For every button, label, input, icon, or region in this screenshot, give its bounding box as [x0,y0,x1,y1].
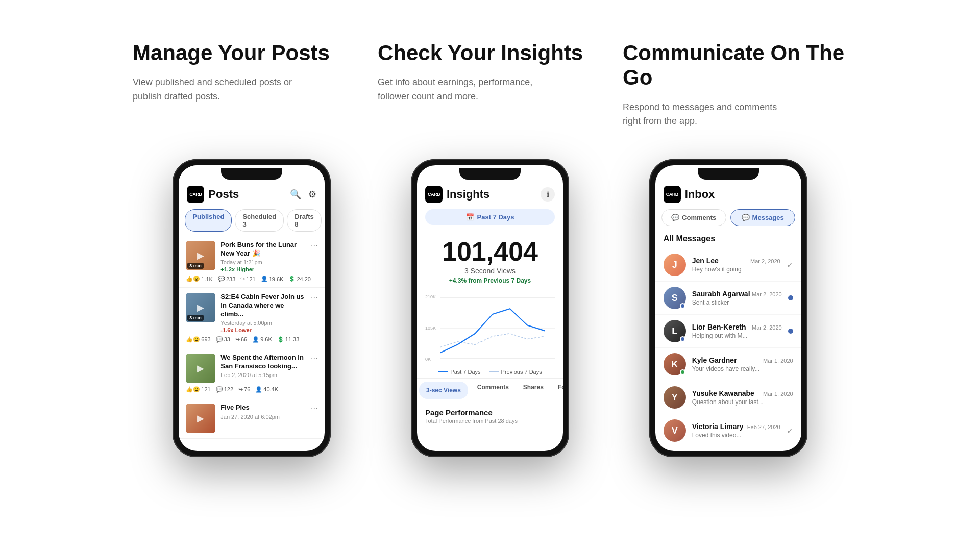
insights-phone-shell: CARB Insights ℹ 📅 Past 7 Days 101,404 3 … [411,159,569,457]
post-item-1[interactable]: ▶ 3 min S2:E4 Cabin Fever Join us in Can… [179,288,325,348]
post-title-row-1: S2:E4 Cabin Fever Join us in Canada wher… [220,293,317,319]
message-item-0[interactable]: J Jen Lee Mar 2, 2020 Hey how's it going… [655,248,801,282]
message-item-1[interactable]: S Saurabh Agarwal Mar 2, 2020 Sent a sti… [655,282,801,315]
msg-content-5: Victoria Limary Feb 27, 2020 Loved this … [692,422,780,439]
views-1: 👤9.6K [252,336,272,343]
shares-1: ↪66 [235,336,247,343]
unread-indicator-1 [788,295,793,300]
page-perf-title: Page Performance [425,408,555,417]
metric-change: +4.3% from Previous 7 Days [425,277,555,284]
message-item-3[interactable]: K Kyle Gardner Mar 1, 2020 Your videos h… [655,348,801,381]
post-info-1: S2:E4 Cabin Fever Join us in Canada wher… [220,293,317,333]
date-range-pill[interactable]: 📅 Past 7 Days [425,209,555,225]
posts-icons: 🔍 ⚙ [290,189,316,200]
msg-date-2: Mar 2, 2020 [752,324,782,331]
tab-messages-inbox[interactable]: 💬 Messages [730,209,795,226]
tab-drafts[interactable]: Drafts 8 [287,209,322,232]
calendar-icon: 📅 [466,213,474,221]
message-item-2[interactable]: L Lior Ben-Kereth Mar 2, 2020 Helping ou… [655,315,801,348]
msg-preview-2: Helping out with M... [692,332,782,339]
post-date-1: Yesterday at 5:00pm [220,320,317,326]
tab-followers[interactable]: Follo... [551,379,563,402]
feature-desc-insights: Get info about earnings, performance, fo… [378,76,551,104]
posts-logo-area: CARB Posts [187,186,239,203]
post-dots-0[interactable]: ··· [311,241,317,250]
views-2: 👤40.4K [255,386,278,393]
tab-comments[interactable]: Comments [470,379,516,402]
msg-date-5: Feb 27, 2020 [747,424,780,430]
post-item-top-3: ▶ Five Pies ··· Jan 27, 2020 at 6:02pm [186,404,317,433]
reactions-2: 👍😮121 [186,386,210,393]
post-info-2: We Spent the Afternoon in San Fransisco … [220,354,317,378]
msg-date-0: Mar 2, 2020 [750,258,780,264]
tab-published[interactable]: Published [185,209,232,232]
reactions-0: 👍😮1.1K [186,276,213,282]
comments-0: 💬233 [218,276,235,282]
tab-comments-inbox[interactable]: 💬 Comments [662,209,726,226]
posts-phone-shell: CARB Posts 🔍 ⚙ Published Scheduled 3 Dra… [173,159,331,457]
messages-icon: 💬 [742,214,750,221]
video-icon-0: ▶ [197,250,204,261]
reactions-1: 👍😮693 [186,336,210,343]
post-thumb-0: ▶ 3 min [186,241,215,270]
post-item-top-1: ▶ 3 min S2:E4 Cabin Fever Join us in Can… [186,293,317,333]
search-icon[interactable]: 🔍 [290,189,301,200]
legend-line-previous [489,371,499,372]
post-dots-2[interactable]: ··· [311,354,317,363]
feature-title-posts: Manage Your Posts [133,41,357,65]
feature-col-insights: Check Your Insights Get info about earni… [378,41,623,129]
y-label-top: 210K [425,294,436,299]
carb-logo-inbox: CARB [664,186,681,203]
message-item-5[interactable]: V Victoria Limary Feb 27, 2020 Loved thi… [655,414,801,447]
features-row: Manage Your Posts View published and sch… [133,41,847,129]
post-title-1: S2:E4 Cabin Fever Join us in Canada wher… [220,293,308,319]
post-dots-3[interactable]: ··· [311,404,317,413]
comments-icon: 💬 [671,214,679,221]
post-stats-0: 👍😮1.1K 💬233 ↪121 👤19.6K 💲24.20 [186,276,317,282]
phones-row: CARB Posts 🔍 ⚙ Published Scheduled 3 Dra… [133,159,847,457]
post-title-3: Five Pies [220,404,308,412]
post-perf-0: +1.2x Higher [220,266,317,272]
msg-content-3: Kyle Gardner Mar 1, 2020 Your videos hav… [692,356,793,372]
msg-name-row-1: Saurabh Agarwal Mar 2, 2020 [692,290,782,298]
duration-1: 3 min [187,315,204,321]
msg-name-row-3: Kyle Gardner Mar 1, 2020 [692,356,793,364]
message-item-4[interactable]: Y Yusuke Kawanabe Mar 1, 2020 Question a… [655,381,801,414]
insights-phone-col: CARB Insights ℹ 📅 Past 7 Days 101,404 3 … [371,159,609,457]
avatar-wrap-4: Y [664,386,686,409]
avatar-wrap-2: L [664,320,686,342]
msg-name-3: Kyle Gardner [692,356,737,364]
feature-col-posts: Manage Your Posts View published and sch… [133,41,378,129]
metric-label: 3 Second Views [425,267,555,275]
y-label-mid: 105K [425,325,436,331]
post-dots-1[interactable]: ··· [311,293,317,302]
post-item-top-0: ▶ 3 min Pork Buns for the Lunar New Year… [186,241,317,272]
chart-legend: Past 7 Days Previous 7 Days [417,369,563,375]
tab-3sec-views[interactable]: 3-sec Views [419,382,468,399]
msg-content-0: Jen Lee Mar 2, 2020 Hey how's it going [692,257,780,273]
post-item-0[interactable]: ▶ 3 min Pork Buns for the Lunar New Year… [179,236,325,288]
online-dot-3 [680,369,685,375]
info-button[interactable]: ℹ [541,187,555,202]
post-item-3[interactable]: ▶ Five Pies ··· Jan 27, 2020 at 6:02pm [179,398,325,439]
post-info-3: Five Pies ··· Jan 27, 2020 at 6:02pm [220,404,317,420]
tab-scheduled[interactable]: Scheduled 3 [235,209,284,232]
tab-shares[interactable]: Shares [516,379,551,402]
post-date-0: Today at 1:21pm [220,259,317,265]
post-item-2[interactable]: ▶ We Spent the Afternoon in San Fransisc… [179,348,325,398]
msg-date-4: Mar 1, 2020 [763,391,793,397]
posts-tabs: Published Scheduled 3 Drafts 8 [179,209,325,232]
earnings-1: 💲11.33 [277,336,300,343]
msg-name-2: Lior Ben-Kereth [692,323,746,331]
post-title-row-0: Pork Buns for the Lunar New Year 🎉 ··· [220,241,317,258]
feature-desc-communicate: Respond to messages and comments right f… [623,101,796,129]
duration-0: 3 min [187,263,204,269]
post-date-3: Jan 27, 2020 at 6:02pm [220,414,317,420]
inbox-phone-shell: CARB Inbox 💬 Comments 💬 Messages [649,159,807,457]
inbox-logo-area: CARB Inbox [664,186,715,203]
avatar-jen: J [664,254,686,276]
metric-section: 101,404 3 Second Views +4.3% from Previo… [417,233,563,287]
post-perf-1: -1.6x Lower [220,327,317,333]
avatar-wrap-0: J [664,254,686,276]
filter-icon[interactable]: ⚙ [308,189,316,200]
